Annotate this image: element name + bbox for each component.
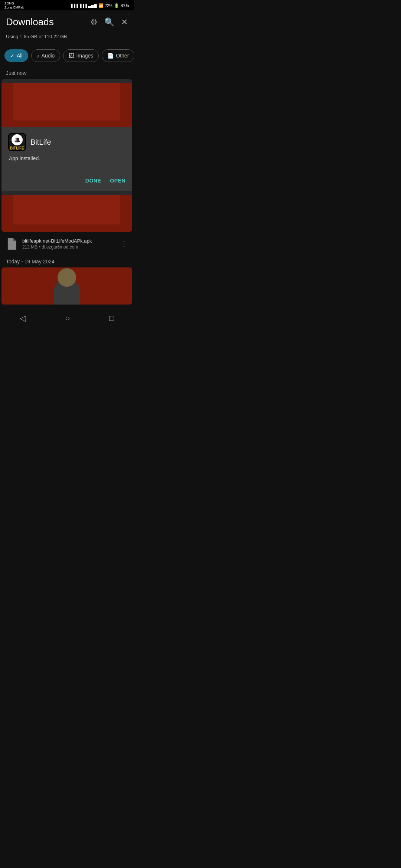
dialog-app-info: 🎩 BITLIFE BitLife (8, 133, 125, 151)
recent-button[interactable]: □ (102, 311, 121, 325)
tab-all-label: All (17, 53, 23, 59)
search-icon[interactable]: 🔍 (104, 17, 114, 27)
images-icon: 🖼 (69, 53, 74, 59)
open-button[interactable]: OPEN (110, 176, 125, 185)
header-actions: ⚙ 🔍 ✕ (90, 17, 128, 27)
tab-audio-label: Audio (42, 53, 55, 59)
status-right: ▐▐▐ ▐▐▐ ▃▅▇ 📶 72% 🔋 8:05 (70, 3, 129, 8)
app-icon-box: 🎩 BITLIFE (8, 133, 26, 151)
dialog-message: App installed. (8, 155, 125, 161)
storage-info: Using 1.65 GB of 110.22 GB (0, 32, 134, 44)
status-bar: ZONG Zong CMPak ▐▐▐ ▐▐▐ ▃▅▇ 📶 72% 🔋 8:05 (0, 0, 134, 10)
battery-icon: 🔋 (114, 3, 119, 8)
tab-images[interactable]: 🖼 Images (63, 49, 99, 62)
signal-icons: ▐▐▐ ▐▐▐ ▃▅▇ (70, 4, 97, 8)
app-icon-face: 🎩 (12, 134, 23, 145)
today-banner (1, 267, 132, 305)
navigation-bar: ◁ ○ □ (0, 308, 134, 328)
file-size: 212 MB (22, 244, 38, 250)
tab-audio[interactable]: ♪ Audio (31, 49, 61, 62)
battery-level: 72% (105, 4, 113, 8)
page-title: Downloads (6, 16, 54, 28)
dialog-app-name: BitLife (30, 138, 51, 147)
banner-inner-top (13, 83, 121, 121)
file-name: bitlifeapk.net-BitLifeModAPk.apk (22, 238, 114, 244)
done-button[interactable]: DONE (85, 176, 101, 185)
just-now-label: Just now (0, 67, 134, 79)
file-info: bitlifeapk.net-BitLifeModAPk.apk 212 MB … (22, 238, 114, 250)
settings-icon[interactable]: ⚙ (90, 17, 98, 27)
wifi-icon: 📶 (98, 3, 104, 8)
dialog-buttons: DONE OPEN (8, 176, 125, 187)
download-card: 🎩 BITLIFE BitLife App installed. DONE OP… (1, 79, 132, 232)
file-more-button[interactable]: ⋮ (119, 238, 129, 250)
carrier-name: ZONG (4, 1, 24, 6)
today-card (1, 267, 132, 305)
apk-file-icon (6, 238, 16, 250)
carrier-sub: Zong CMPak (4, 6, 24, 10)
check-icon: ✓ (10, 53, 14, 59)
file-source: dl.ezgta6mod.com (42, 244, 78, 250)
top-banner (1, 83, 132, 127)
bottom-banner (1, 195, 132, 232)
banner-inner-bottom (13, 195, 121, 224)
close-icon[interactable]: ✕ (121, 17, 128, 27)
filter-tabs: ✓ All ♪ Audio 🖼 Images 📄 Other (0, 44, 134, 67)
person-head (58, 268, 76, 287)
audio-icon: ♪ (37, 53, 39, 59)
home-button[interactable]: ○ (58, 311, 77, 325)
install-dialog: 🎩 BITLIFE BitLife App installed. DONE OP… (1, 127, 132, 191)
bitlife-icon-label: BITLIFE (10, 146, 24, 150)
back-button[interactable]: ◁ (12, 311, 33, 325)
today-card-inner (1, 267, 132, 305)
tab-other[interactable]: 📄 Other (102, 49, 134, 62)
file-item: bitlifeapk.net-BitLifeModAPk.apk 212 MB … (0, 232, 134, 256)
tab-other-label: Other (116, 53, 129, 59)
person-body (54, 279, 80, 305)
app-icon-inner: 🎩 BITLIFE (9, 134, 25, 150)
tab-images-label: Images (76, 53, 93, 59)
page-header: Downloads ⚙ 🔍 ✕ (0, 10, 134, 32)
other-icon: 📄 (107, 53, 114, 59)
carrier-info: ZONG Zong CMPak (4, 1, 24, 10)
time-display: 8:05 (121, 3, 129, 8)
today-section-label: Today - 19 May 2024 (0, 256, 134, 267)
tab-all[interactable]: ✓ All (4, 49, 28, 62)
file-type-icon (4, 237, 18, 250)
storage-text: Using 1.65 GB of 110.22 GB (6, 34, 67, 39)
file-meta: 212 MB • dl.ezgta6mod.com (22, 244, 114, 250)
